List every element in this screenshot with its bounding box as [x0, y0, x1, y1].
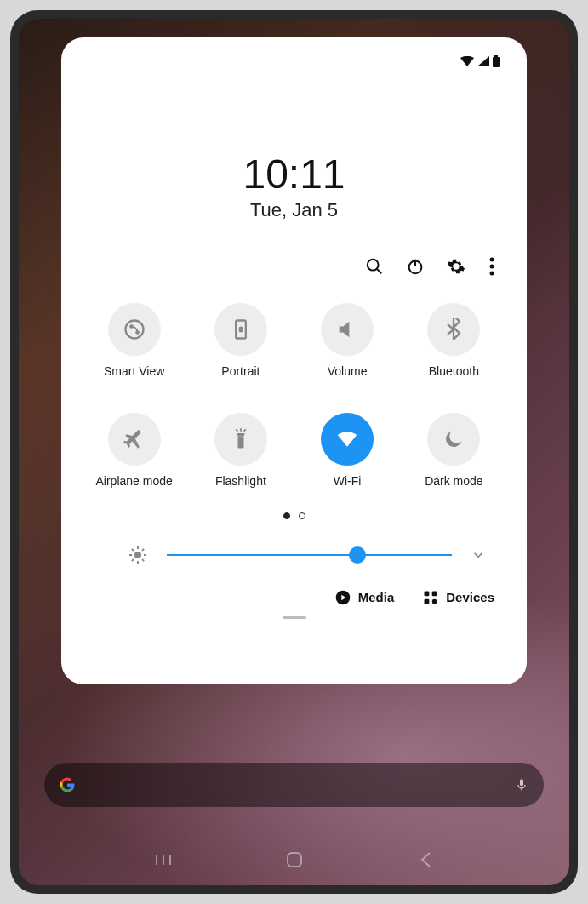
- media-button[interactable]: Media: [334, 589, 395, 606]
- svg-rect-36: [288, 853, 301, 867]
- nav-home-button[interactable]: [284, 850, 305, 870]
- svg-rect-1: [493, 57, 500, 67]
- flashlight-icon: [214, 413, 267, 466]
- wifi-icon: [321, 413, 374, 466]
- svg-rect-28: [425, 591, 430, 596]
- recents-icon: [155, 853, 172, 867]
- devices-button[interactable]: Devices: [422, 589, 494, 606]
- tile-bluetooth[interactable]: Bluetooth: [405, 303, 503, 379]
- quick-tiles-grid: Smart ViewPortraitVolumeBluetoothAirplan…: [85, 303, 503, 489]
- clock-area: 10:11 Tue, Jan 5: [85, 151, 503, 221]
- svg-line-26: [142, 548, 144, 550]
- tile-label: Smart View: [104, 364, 164, 379]
- power-button[interactable]: [404, 255, 426, 277]
- navigation-bar: [19, 850, 569, 870]
- pager-dot[interactable]: [283, 512, 290, 519]
- power-icon: [406, 257, 425, 276]
- screen: 10:11 Tue, Jan 5 Smart ViewPortraitVolum…: [19, 19, 569, 885]
- svg-line-24: [142, 559, 144, 561]
- svg-point-6: [490, 258, 494, 262]
- svg-point-7: [490, 265, 494, 269]
- panel-handle[interactable]: [283, 616, 306, 619]
- svg-rect-14: [237, 436, 243, 448]
- tile-label: Bluetooth: [429, 364, 479, 379]
- home-icon: [286, 851, 303, 868]
- svg-point-9: [125, 321, 143, 339]
- darkmode-icon: [427, 413, 480, 466]
- pager-dot[interactable]: [299, 512, 305, 519]
- play-circle-icon: [334, 589, 351, 606]
- tile-label: Dark mode: [425, 474, 482, 489]
- svg-point-31: [432, 598, 437, 604]
- slider-thumb[interactable]: [349, 546, 366, 564]
- devices-grid-icon: [422, 589, 439, 606]
- brightness-slider[interactable]: [167, 546, 452, 564]
- tile-label: Flashlight: [215, 474, 266, 489]
- svg-line-16: [236, 429, 237, 431]
- svg-rect-30: [425, 598, 430, 604]
- pager-dots: [85, 512, 503, 519]
- action-row: [85, 255, 503, 277]
- slider-track: [167, 554, 452, 556]
- svg-rect-0: [494, 55, 498, 57]
- wifi-status-icon: [460, 56, 474, 66]
- google-search-bar[interactable]: [44, 763, 544, 807]
- media-label: Media: [358, 590, 395, 604]
- battery-status-icon: [493, 55, 500, 67]
- tile-label: Volume: [328, 364, 368, 379]
- svg-line-17: [243, 429, 245, 431]
- svg-rect-29: [432, 591, 437, 596]
- tile-label: Portrait: [221, 364, 260, 379]
- smartview-icon: [108, 303, 161, 356]
- svg-line-25: [132, 559, 134, 561]
- nav-recents-button[interactable]: [153, 850, 174, 870]
- mic-icon[interactable]: [515, 775, 528, 794]
- more-vert-icon: [489, 257, 494, 276]
- signal-status-icon: [477, 56, 489, 66]
- tile-volume[interactable]: Volume: [299, 303, 397, 379]
- svg-rect-13: [239, 327, 243, 333]
- more-button[interactable]: [486, 255, 498, 277]
- tile-label: Airplane mode: [95, 474, 172, 489]
- search-icon: [365, 257, 384, 276]
- back-icon: [420, 851, 431, 868]
- tile-label: Wi-Fi: [334, 474, 362, 489]
- tile-portrait[interactable]: Portrait: [191, 303, 289, 379]
- svg-point-18: [134, 552, 141, 558]
- svg-line-3: [377, 269, 382, 274]
- brightness-row: [85, 545, 503, 565]
- svg-line-23: [132, 548, 134, 550]
- tile-wifi[interactable]: Wi-Fi: [299, 413, 397, 489]
- bottom-row: Media Devices: [85, 589, 503, 606]
- airplane-icon: [108, 413, 161, 466]
- tile-flashlight[interactable]: Flashlight: [191, 413, 289, 489]
- svg-point-8: [490, 272, 494, 276]
- brightness-expand-button[interactable]: [471, 547, 486, 563]
- devices-label: Devices: [446, 590, 494, 604]
- clock-date: Tue, Jan 5: [85, 199, 503, 221]
- device-frame: 10:11 Tue, Jan 5 Smart ViewPortraitVolum…: [10, 10, 578, 894]
- svg-point-2: [368, 260, 379, 271]
- nav-back-button[interactable]: [415, 850, 436, 870]
- brightness-icon: [128, 545, 148, 565]
- chevron-down-icon: [471, 547, 486, 563]
- clock-time: 10:11: [85, 151, 503, 197]
- google-icon: [60, 777, 75, 792]
- portrait-icon: [214, 303, 267, 356]
- status-bar: [85, 53, 503, 70]
- volume-icon: [321, 303, 374, 356]
- quick-settings-panel: 10:11 Tue, Jan 5 Smart ViewPortraitVolum…: [61, 37, 527, 684]
- bluetooth-icon: [427, 303, 480, 356]
- separator: [408, 590, 408, 605]
- svg-rect-32: [520, 779, 523, 786]
- settings-button[interactable]: [445, 255, 467, 277]
- tile-airplane[interactable]: Airplane mode: [85, 413, 183, 489]
- gear-icon: [447, 257, 465, 276]
- search-button[interactable]: [363, 255, 385, 277]
- tile-smart-view[interactable]: Smart View: [85, 303, 183, 379]
- tile-darkmode[interactable]: Dark mode: [405, 413, 503, 489]
